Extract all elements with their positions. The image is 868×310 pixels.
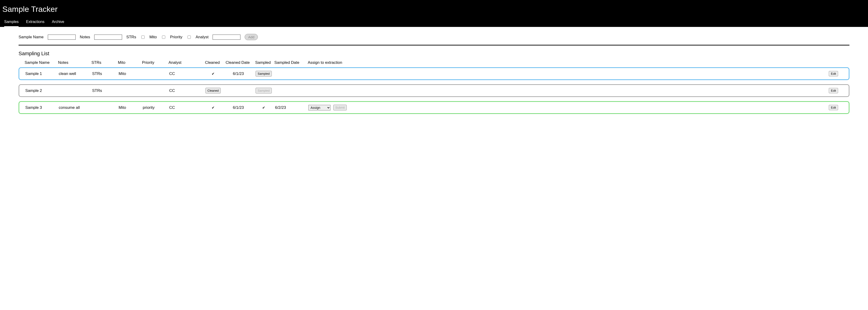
sampled-button[interactable]: Sampled [255, 88, 272, 94]
cell-assign: Assign Submit [308, 105, 828, 111]
sampling-table: Sample Name Notes STRs Mito Priority Ana… [19, 59, 849, 114]
edit-button[interactable]: Edit [829, 88, 838, 93]
col-sampled-date: Sampled Date [274, 60, 307, 65]
cell-strs: STRs [92, 71, 118, 76]
assign-select[interactable]: Assign [308, 105, 331, 111]
table-row: Sample 1 clean well STRs Mito CC ✔ 6/1/2… [19, 67, 849, 80]
strs-label: STRs [126, 35, 136, 39]
table-row: Sample 2 STRs CC Cleaned Sampled Edit [19, 84, 849, 97]
submit-button[interactable]: Submit [333, 105, 347, 111]
cell-edit: Edit [829, 71, 843, 76]
col-sampled: Sampled [252, 60, 273, 65]
col-assign: Assign to extraction [308, 60, 829, 65]
cell-notes: clean well [59, 71, 91, 76]
notes-label: Notes [80, 35, 90, 39]
cell-sampled: Sampled [253, 88, 274, 94]
analyst-input[interactable] [213, 35, 241, 40]
cell-sampled: Sampled [253, 71, 274, 76]
cleaned-button[interactable]: Cleaned [206, 88, 221, 94]
cell-sample-name: Sample 3 [25, 105, 58, 110]
cell-mito: Mito [119, 71, 142, 76]
cell-strs: STRs [92, 88, 118, 93]
priority-label: Priority [170, 35, 182, 39]
main-content: Sample Name Notes STRs Mito Priority Ana… [0, 27, 868, 125]
edit-button[interactable]: Edit [829, 105, 838, 110]
tab-archive[interactable]: Archive [52, 18, 64, 27]
cell-cleaned-check: ✔ [203, 105, 223, 110]
cell-cleaned: Cleaned [203, 88, 223, 94]
cell-cleaned-check: ✔ [203, 72, 223, 76]
cell-cleaned-date: 6/1/23 [224, 71, 252, 76]
cell-notes: consume all [59, 105, 91, 110]
tab-samples[interactable]: Samples [4, 18, 19, 27]
cell-analyst: CC [169, 71, 202, 76]
cell-mito: Mito [119, 105, 142, 110]
sampled-button[interactable]: Sampled [255, 71, 272, 76]
col-notes: Notes [58, 60, 91, 65]
add-sample-form: Sample Name Notes STRs Mito Priority Ana… [19, 34, 849, 45]
sample-name-input[interactable] [48, 35, 76, 40]
analyst-label: Analyst [196, 35, 209, 39]
cell-sampled-date: 6/2/23 [275, 105, 308, 110]
sampling-list-title: Sampling List [19, 51, 849, 57]
cell-edit: Edit [829, 105, 843, 110]
col-analyst: Analyst [168, 60, 201, 65]
app-title: Sample Tracker [2, 5, 866, 14]
col-cleaned-date: Cleaned Date [224, 60, 252, 65]
cell-sample-name: Sample 2 [25, 88, 58, 93]
cell-analyst: CC [169, 88, 202, 93]
tab-bar: Samples Extractions Archive [2, 18, 866, 27]
strs-checkbox[interactable] [141, 35, 145, 39]
cell-sample-name: Sample 1 [25, 71, 58, 76]
mito-checkbox[interactable] [162, 35, 165, 39]
col-sample-name: Sample Name [25, 60, 57, 65]
sample-name-label: Sample Name [19, 35, 43, 39]
edit-button[interactable]: Edit [829, 71, 838, 76]
cell-cleaned-date: 6/1/23 [224, 105, 252, 110]
col-cleaned: Cleaned [202, 60, 223, 65]
add-button[interactable]: Add [245, 34, 258, 40]
mito-label: Mito [150, 35, 157, 39]
priority-checkbox[interactable] [188, 35, 191, 39]
cell-sampled-check: ✔ [253, 105, 274, 110]
cell-analyst: CC [169, 105, 202, 110]
cell-edit: Edit [829, 88, 843, 93]
table-header-row: Sample Name Notes STRs Mito Priority Ana… [19, 59, 849, 67]
col-priority: Priority [142, 60, 167, 65]
notes-input[interactable] [94, 35, 122, 40]
col-mito: Mito [118, 60, 141, 65]
table-row: Sample 3 consume all Mito priority CC ✔ … [19, 101, 849, 114]
app-header: Sample Tracker Samples Extractions Archi… [0, 0, 868, 27]
tab-extractions[interactable]: Extractions [26, 18, 44, 27]
col-strs: STRs [91, 60, 117, 65]
cell-priority: priority [143, 105, 168, 110]
